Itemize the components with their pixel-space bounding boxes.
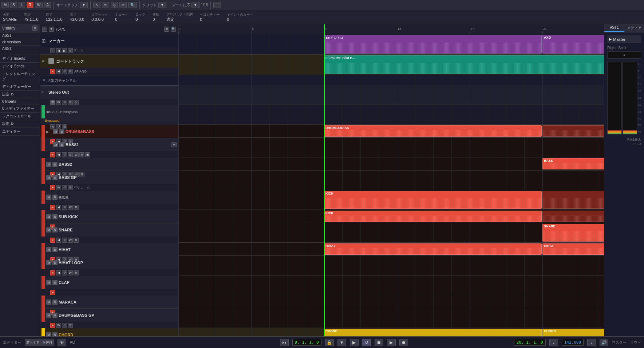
drums-bass-s-btn[interactable]: S bbox=[59, 129, 64, 134]
track-zoom-button[interactable]: 🔍 bbox=[171, 27, 176, 32]
clip-11-0[interactable]: SNARE bbox=[542, 224, 604, 242]
drums-bass-m-btn[interactable]: M bbox=[53, 129, 58, 134]
tab-vst[interactable]: VST1 bbox=[604, 24, 624, 32]
clip-5-0[interactable]: DRUMS&BASS bbox=[324, 125, 542, 137]
bass1-btn6[interactable]: ▣ bbox=[85, 152, 90, 157]
arrange-row-9[interactable]: KICKKICKKICK bbox=[178, 190, 604, 210]
master-channel-label[interactable]: ▶ Master bbox=[607, 35, 641, 43]
stereo-out-btn1[interactable]: W bbox=[56, 100, 61, 105]
clip-7-0[interactable]: BASS bbox=[542, 158, 604, 169]
autotune-dropdown[interactable]: ▼ bbox=[80, 2, 88, 8]
bass1-edit-btn[interactable]: ✏ bbox=[171, 142, 177, 147]
metronome-button[interactable]: ♪ bbox=[587, 339, 596, 346]
clip-10-1[interactable] bbox=[542, 211, 604, 222]
clip-9-0[interactable]: KICK bbox=[324, 191, 542, 209]
snare-btn4[interactable]: R bbox=[74, 238, 79, 243]
maraca-m-btn[interactable]: M bbox=[46, 300, 51, 305]
transport-lock-button[interactable]: 🔒 bbox=[325, 339, 334, 346]
playback-record-button[interactable]: ⏺ bbox=[399, 339, 408, 346]
mode-r-button[interactable]: R bbox=[27, 2, 33, 8]
arrange-row-12[interactable]: HIHATHIHAT bbox=[178, 243, 604, 256]
mode-a-button[interactable]: A bbox=[44, 2, 51, 8]
left-panel-toggle[interactable]: ✕ bbox=[32, 26, 37, 31]
arrange-row-3[interactable] bbox=[178, 85, 604, 105]
volume-button[interactable]: 🔊 bbox=[600, 339, 608, 346]
hihat-loop-m-btn[interactable]: M bbox=[46, 260, 51, 265]
bass-gp-m-btn[interactable]: M bbox=[46, 175, 51, 180]
arrange-row-16[interactable] bbox=[178, 308, 604, 328]
clip-12-0[interactable]: HIHAT bbox=[324, 243, 542, 255]
arrange-row-1[interactable]: E/Fm/FmE B/Ct B...E/Fm/FmE B/Ct B...E/Fm… bbox=[178, 55, 604, 75]
hihat-loop-s-btn[interactable]: S bbox=[52, 260, 58, 265]
tool-zoom[interactable]: 🔍 bbox=[128, 2, 137, 8]
arrange-area[interactable]: 1591317212529333741454953576165697377 13… bbox=[178, 24, 604, 336]
arrange-row-2[interactable] bbox=[178, 75, 604, 85]
left-inserts0-item[interactable]: 0 Inserts bbox=[0, 98, 40, 105]
chord-s-btn[interactable]: S bbox=[52, 332, 58, 336]
left-fader-item[interactable]: ディオフェーダー bbox=[0, 83, 40, 91]
settings-button[interactable]: ☰ bbox=[213, 2, 221, 8]
hihat-loop-btn2[interactable]: ↺ bbox=[62, 270, 67, 275]
marker-loop-button[interactable]: ↺ bbox=[68, 48, 73, 53]
hihat-m-btn[interactable]: M bbox=[46, 247, 51, 252]
snare-btn1[interactable]: ◀ bbox=[56, 238, 61, 243]
arrange-row-8[interactable] bbox=[178, 171, 604, 190]
kick-btn2[interactable]: ↺ bbox=[62, 205, 67, 210]
drums-bass-gp-rec[interactable]: ● bbox=[50, 323, 55, 328]
kick-btn1[interactable]: ◀ bbox=[56, 205, 61, 210]
mode-w-button[interactable]: W bbox=[35, 2, 43, 8]
marker-add-button[interactable]: + bbox=[50, 48, 55, 53]
bypassed-btn3[interactable]: ⊡ bbox=[62, 124, 67, 129]
marker-prev-button[interactable]: ◀ bbox=[56, 48, 61, 53]
snare-btn2[interactable]: ↺ bbox=[62, 238, 67, 243]
snare-s-btn[interactable]: S bbox=[52, 227, 58, 232]
clap-rec[interactable]: ● bbox=[50, 290, 55, 295]
sync-button[interactable]: ♩ bbox=[549, 339, 558, 346]
kick-btn3[interactable]: W bbox=[68, 205, 73, 210]
track-search-button[interactable]: ☰ bbox=[164, 27, 169, 32]
bass-gp-rec[interactable]: ● bbox=[50, 185, 55, 190]
snare-m-btn[interactable]: M bbox=[46, 227, 51, 232]
clip-10-0[interactable]: KICK bbox=[324, 211, 542, 222]
bass-gp-s-btn[interactable]: S bbox=[52, 175, 58, 180]
transport-punch-button[interactable]: ▶ bbox=[350, 339, 359, 346]
zoom-dropdown[interactable]: ▼ bbox=[191, 2, 199, 8]
bass1-btn1[interactable]: ◀ bbox=[56, 152, 61, 157]
bass1-btn4[interactable]: W bbox=[74, 152, 79, 157]
snare-rec[interactable]: ● bbox=[50, 238, 55, 243]
arrange-row-13[interactable]: xxxx xxxxxxxx xxxx bbox=[178, 256, 604, 275]
left-modifier-item[interactable]: 0 メディファイアー bbox=[0, 105, 40, 113]
clap-m-btn[interactable]: M bbox=[46, 280, 51, 285]
bass1-btn3[interactable]: ⊡ bbox=[68, 152, 73, 157]
arrange-row-17[interactable]: CHORDCHORDCHORDCHORDCHCCHORD bbox=[178, 328, 604, 336]
arrange-row-4[interactable] bbox=[178, 105, 604, 125]
bass-gp-btn2[interactable]: ↺ bbox=[62, 185, 67, 190]
bass1-s-btn[interactable]: S bbox=[59, 142, 64, 147]
clip-5-1[interactable] bbox=[542, 125, 604, 137]
drums-bass-gp-m-btn[interactable]: M bbox=[46, 313, 51, 318]
grid-dropdown[interactable]: ▼ bbox=[158, 2, 166, 8]
bypassed-btn2[interactable]: ↺ bbox=[56, 124, 61, 129]
marker-next-button[interactable]: ▶ bbox=[62, 48, 67, 53]
kick-m-btn[interactable]: M bbox=[46, 195, 51, 200]
kick-btn4[interactable]: R bbox=[74, 205, 79, 210]
maraca-s-btn[interactable]: S bbox=[52, 300, 58, 305]
tool-eraser[interactable]: ◇ bbox=[111, 2, 118, 8]
drums-bass-gp-s-btn[interactable]: S bbox=[52, 313, 58, 318]
monitor-button[interactable]: 👁 bbox=[58, 339, 66, 346]
kick-rec[interactable]: ● bbox=[50, 205, 55, 210]
clap-s-btn[interactable]: S bbox=[52, 280, 58, 285]
arrange-row-10[interactable]: KICKKICKKICK bbox=[178, 210, 604, 223]
mode-l-button[interactable]: L bbox=[19, 2, 25, 8]
stereo-out-btn4[interactable]: ▷ bbox=[74, 100, 79, 105]
clip-1-0[interactable]: E/Fm/FmE B/Ct B... bbox=[324, 55, 604, 74]
bass-gp-btn3[interactable]: ⊡ bbox=[68, 185, 73, 190]
left-routing-item[interactable]: エレクトルーティング bbox=[0, 70, 40, 83]
track-options-button[interactable]: ▼ bbox=[49, 27, 54, 32]
chord-m-btn[interactable]: M bbox=[46, 332, 51, 336]
left-inserts-item[interactable]: ディオ Inserts bbox=[0, 55, 40, 63]
bass1-btn5[interactable]: R bbox=[79, 152, 84, 157]
playback-loop-button[interactable]: ↺ bbox=[362, 339, 371, 346]
bass1-btn2[interactable]: ↺ bbox=[62, 152, 67, 157]
drums-bass-gp-btn3[interactable]: ⊡ bbox=[68, 323, 73, 328]
